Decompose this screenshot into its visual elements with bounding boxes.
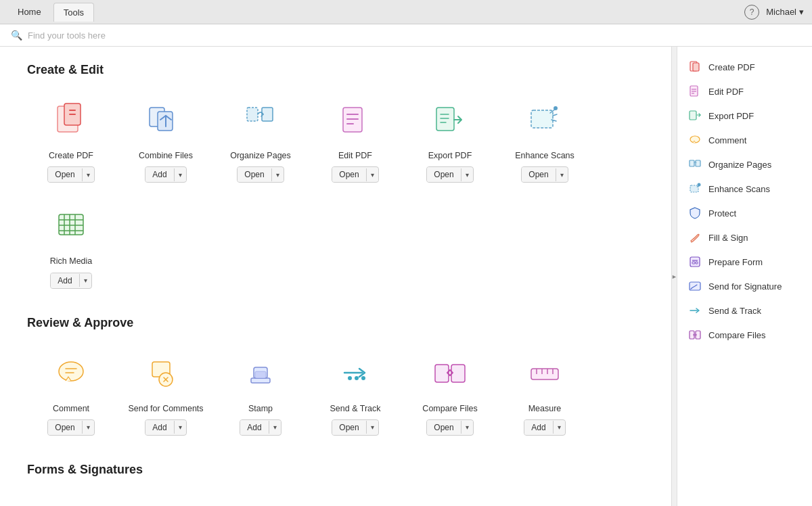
sidebar-item-enhance-scans[interactable]: Enhance Scans xyxy=(677,177,812,201)
create-edit-grid: Create PDF Open ▾ xyxy=(27,91,644,296)
compare-files-open-btn[interactable]: Open xyxy=(427,420,460,435)
edit-pdf-open-btn[interactable]: Open xyxy=(332,167,365,182)
enhance-scans-icon xyxy=(521,97,568,145)
svg-rect-40 xyxy=(451,365,465,382)
section-review-approve-header: Review & Approve xyxy=(27,316,644,330)
enhance-scans-open-btn[interactable]: Open xyxy=(522,167,555,182)
sidebar-item-create-pdf[interactable]: Create PDF xyxy=(677,55,812,79)
rich-media-label: Rich Media xyxy=(50,256,93,267)
send-for-comments-add-btn[interactable]: Add xyxy=(145,420,173,435)
sidebar-export-pdf-icon xyxy=(688,109,702,122)
combine-files-arrow-btn[interactable]: ▾ xyxy=(174,168,186,181)
section-forms-signatures: Forms & Signatures xyxy=(27,463,644,477)
section-review-approve: Review & Approve Comment Open xyxy=(27,316,644,442)
sidebar-send-track-icon xyxy=(688,304,702,317)
sidebar-item-protect[interactable]: Protect xyxy=(677,201,812,225)
search-input[interactable] xyxy=(28,30,801,41)
sidebar-enhance-scans-label: Enhance Scans xyxy=(708,184,770,194)
send-track-open-btn[interactable]: Open xyxy=(332,420,365,435)
sidebar: Create PDF Edit PDF Export PDF xyxy=(677,47,812,506)
sidebar-fill-sign-icon xyxy=(688,231,702,244)
user-name: Michael xyxy=(766,7,796,17)
comment-icon xyxy=(47,350,95,398)
tool-organize-pages: Organize Pages Open ▾ xyxy=(217,91,304,189)
comment-arrow-btn[interactable]: ▾ xyxy=(82,421,94,434)
user-menu[interactable]: Michael ▾ xyxy=(766,7,804,17)
sidebar-send-track-label: Send & Track xyxy=(708,306,761,316)
compare-files-btn-group: Open ▾ xyxy=(426,419,473,436)
export-pdf-arrow-btn[interactable]: ▾ xyxy=(461,168,473,181)
organize-pages-open-btn[interactable]: Open xyxy=(238,167,271,182)
svg-rect-7 xyxy=(247,108,258,121)
create-pdf-open-btn[interactable]: Open xyxy=(48,167,81,182)
sidebar-organize-pages-label: Organize Pages xyxy=(708,160,771,170)
rich-media-add-btn[interactable]: Add xyxy=(51,273,78,288)
enhance-scans-arrow-btn[interactable]: ▾ xyxy=(556,168,568,181)
combine-files-add-btn[interactable]: Add xyxy=(145,167,173,182)
stamp-arrow-btn[interactable]: ▾ xyxy=(269,421,281,434)
sidebar-item-send-track[interactable]: Send & Track xyxy=(677,298,812,323)
sidebar-item-prepare-form[interactable]: Prepare Form xyxy=(677,250,812,274)
tool-send-for-comments: Send for Comments Add ▾ xyxy=(122,344,210,442)
compare-files-arrow-btn[interactable]: ▾ xyxy=(461,421,473,434)
sidebar-compare-files-label: Compare Files xyxy=(708,330,766,340)
main-layout: Create & Edit Create PDF Open xyxy=(0,47,812,506)
svg-rect-55 xyxy=(696,160,700,166)
svg-point-37 xyxy=(355,376,359,380)
sidebar-protect-label: Protect xyxy=(708,208,736,218)
stamp-icon xyxy=(237,350,284,398)
sidebar-send-signature-icon xyxy=(688,279,702,293)
sidebar-item-comment[interactable]: Comment xyxy=(677,128,812,152)
svg-rect-54 xyxy=(690,160,694,166)
section-forms-signatures-header: Forms & Signatures xyxy=(27,463,644,477)
svg-rect-33 xyxy=(251,378,270,383)
export-pdf-open-btn[interactable]: Open xyxy=(427,167,460,182)
sidebar-item-export-pdf[interactable]: Export PDF xyxy=(677,104,812,128)
tool-enhance-scans: Enhance Scans Open ▾ xyxy=(501,91,589,189)
comment-open-btn[interactable]: Open xyxy=(48,420,81,435)
rich-media-arrow-btn[interactable]: ▾ xyxy=(79,274,91,287)
sidebar-item-send-signature[interactable]: Send for Signature xyxy=(677,274,812,298)
measure-label: Measure xyxy=(528,403,562,414)
tool-export-pdf: Export PDF Open ▾ xyxy=(406,91,494,189)
stamp-add-btn[interactable]: Add xyxy=(240,420,268,435)
sidebar-item-compare-files[interactable]: Compare Files xyxy=(677,323,812,347)
search-icon: 🔍 xyxy=(11,30,22,41)
svg-point-18 xyxy=(554,106,558,110)
tab-home[interactable]: Home xyxy=(8,3,51,21)
svg-point-26 xyxy=(59,362,83,381)
user-chevron: ▾ xyxy=(799,7,804,17)
sidebar-item-fill-sign[interactable]: Fill & Sign xyxy=(677,225,812,250)
sidebar-item-edit-pdf[interactable]: Edit PDF xyxy=(677,79,812,104)
organize-pages-btn-group: Open ▾ xyxy=(237,166,284,183)
send-for-comments-arrow-btn[interactable]: ▾ xyxy=(174,421,186,434)
sidebar-edit-pdf-icon xyxy=(688,85,702,98)
sidebar-enhance-scans-icon xyxy=(688,182,702,196)
organize-pages-arrow-btn[interactable]: ▾ xyxy=(271,168,284,181)
tab-tools[interactable]: Tools xyxy=(53,3,94,22)
help-button[interactable]: ? xyxy=(744,5,759,20)
rich-media-icon xyxy=(47,203,95,250)
measure-add-btn[interactable]: Add xyxy=(524,420,552,435)
send-track-arrow-btn[interactable]: ▾ xyxy=(366,421,378,434)
edit-pdf-arrow-btn[interactable]: ▾ xyxy=(366,168,378,181)
create-pdf-arrow-btn[interactable]: ▾ xyxy=(82,168,94,181)
sidebar-create-pdf-icon xyxy=(688,60,702,74)
sidebar-item-organize-pages[interactable]: Organize Pages xyxy=(677,152,812,177)
send-track-label: Send & Track xyxy=(330,403,380,414)
svg-rect-17 xyxy=(531,110,553,128)
rich-media-btn-group: Add ▾ xyxy=(50,273,91,289)
sidebar-comment-label: Comment xyxy=(708,135,746,145)
tool-compare-files: Compare Files Open ▾ xyxy=(406,344,494,442)
section-create-edit-header: Create & Edit xyxy=(27,63,644,77)
measure-arrow-btn[interactable]: ▾ xyxy=(553,421,565,434)
measure-btn-group: Add ▾ xyxy=(524,419,565,436)
compare-files-icon xyxy=(426,350,474,398)
tool-edit-pdf: Edit PDF Open ▾ xyxy=(311,91,399,189)
svg-point-38 xyxy=(361,376,365,380)
section-create-edit: Create & Edit Create PDF Open xyxy=(27,63,644,296)
comment-btn-group: Open ▾ xyxy=(47,419,94,436)
sidebar-collapse-btn[interactable]: ► xyxy=(671,47,677,506)
edit-pdf-icon xyxy=(332,97,379,145)
export-pdf-btn-group: Open ▾ xyxy=(426,166,473,183)
